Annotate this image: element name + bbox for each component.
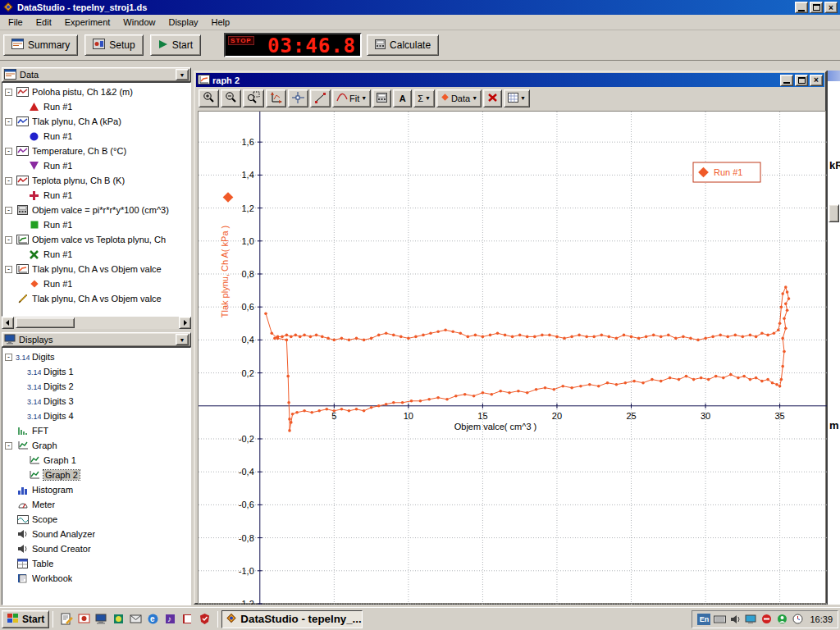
settings-menu-button[interactable]: ▼ — [504, 89, 530, 107]
menu-item-edit[interactable]: Edit — [30, 16, 58, 29]
minimize-button[interactable] — [795, 2, 808, 13]
start-menu-button[interactable]: Start — [2, 610, 49, 628]
display-settings-icon[interactable] — [744, 613, 757, 626]
displays-tree-item[interactable]: FFT — [2, 423, 190, 438]
fit-menu-button[interactable]: Fit▼ — [332, 89, 371, 107]
data-tree-item[interactable]: -Teplota plynu, Ch B (K) — [2, 173, 190, 188]
tree-expander[interactable]: - — [5, 207, 12, 214]
tree-expander[interactable]: - — [5, 354, 12, 361]
browser-icon[interactable]: e — [145, 612, 160, 627]
scroll-thumb[interactable] — [16, 317, 75, 328]
smart-tool-button[interactable] — [288, 89, 308, 107]
displays-tree-item[interactable]: -Graph — [2, 438, 190, 453]
language-indicator[interactable]: En — [697, 614, 710, 625]
data-tree-run[interactable]: Run #1 — [2, 217, 190, 232]
displays-tree-item[interactable]: Sound Creator — [2, 541, 190, 556]
zoom-out-button[interactable] — [221, 89, 241, 107]
graph-minimize-button[interactable] — [780, 75, 793, 86]
zoom-select-button[interactable] — [243, 89, 264, 107]
data-tree-item[interactable]: -Objem valce = pi*r*r*y*100 (cm^3) — [2, 203, 190, 217]
slope-tool-button[interactable] — [310, 89, 331, 107]
security-icon[interactable] — [197, 612, 212, 627]
data-tree-item[interactable]: -Poloha pistu, Ch 1&2 (m) — [2, 84, 190, 99]
scroll-left-button[interactable] — [2, 317, 14, 329]
displays-tree-item[interactable]: 3.14Digits 2 — [2, 379, 190, 394]
desktop-icon[interactable] — [94, 612, 108, 627]
antivirus-icon[interactable] — [760, 613, 773, 626]
menu-item-experiment[interactable]: Experiment — [58, 16, 117, 29]
scheduler-icon[interactable] — [791, 613, 804, 626]
tree-expander[interactable]: - — [5, 118, 12, 126]
displays-tree-item[interactable]: Table — [2, 556, 190, 571]
media-player-icon[interactable]: ♪ — [162, 612, 177, 627]
graph-maximize-button[interactable] — [795, 75, 808, 86]
scale-to-fit-button[interactable] — [266, 89, 286, 107]
tree-expander[interactable]: - — [5, 177, 12, 185]
keyboard-icon[interactable] — [713, 613, 726, 626]
displays-tree-item[interactable]: -3.14Digits — [2, 349, 190, 364]
main-toolbar: Summary Setup Start STOP 03:46.8 Calcula… — [0, 30, 840, 61]
zoom-in-button[interactable] — [199, 89, 219, 107]
summary-button[interactable]: Summary — [3, 34, 78, 56]
tree-expander[interactable]: - — [5, 442, 12, 450]
displays-panel-dropdown[interactable]: ▼ — [176, 334, 189, 345]
data-tree-item[interactable]: -Temperature, Ch B (°C) — [2, 144, 190, 158]
scroll-right-button[interactable] — [179, 317, 191, 329]
maximize-button[interactable] — [810, 2, 823, 13]
text-annotation-button[interactable]: A — [393, 89, 412, 107]
data-tree-item[interactable]: Tlak plynu, Ch A vs Objem valce — [2, 291, 190, 306]
displays-tree-item[interactable]: Meter — [2, 497, 190, 512]
data-panel-header[interactable]: Data ▼ — [2, 67, 191, 82]
data-tree-run[interactable]: Run #1 — [2, 129, 190, 144]
statistics-menu-button[interactable]: Σ▼ — [413, 89, 435, 107]
displays-tree-item[interactable]: Scope — [2, 512, 190, 527]
mail-icon[interactable] — [128, 612, 143, 627]
data-panel-dropdown[interactable]: ▼ — [176, 69, 189, 80]
task-button-datastudio[interactable]: DataStudio - tepelny_... — [221, 610, 363, 628]
close-button[interactable]: × — [824, 2, 838, 13]
data-tree-item[interactable]: -Tlak plynu, Ch A (kPa) — [2, 114, 190, 129]
displays-tree-item[interactable]: Graph 2 — [2, 468, 190, 482]
displays-tree-item[interactable]: Graph 1 — [2, 453, 190, 468]
calculate-button[interactable]: Calculate — [367, 34, 439, 56]
remove-button[interactable] — [483, 89, 502, 107]
data-menu-button[interactable]: Data▼ — [436, 89, 482, 107]
data-tree-run[interactable]: Run #1 — [2, 99, 190, 114]
menu-item-window[interactable]: Window — [116, 16, 162, 29]
displays-tree-item[interactable]: 3.14Digits 3 — [2, 394, 190, 409]
displays-panel-header[interactable]: Displays ▼ — [2, 332, 191, 347]
tree-expander[interactable]: - — [5, 148, 12, 155]
chart[interactable]: 1,61,41,21,00,80,60,40,2-0,2-0,4-0,6-0,8… — [199, 112, 827, 605]
tree-expander[interactable]: - — [5, 89, 12, 96]
displays-tree-item[interactable]: 3.14Digits 4 — [2, 409, 190, 423]
menu-item-help[interactable]: Help — [205, 16, 237, 29]
data-tree-run[interactable]: Run #1 — [2, 188, 190, 203]
displays-tree-item[interactable]: Workbook — [2, 571, 190, 586]
displays-tree-item[interactable]: Histogram — [2, 482, 190, 497]
tree-expander[interactable]: - — [5, 236, 12, 244]
title-bar[interactable]: DataStudio - tepelny_stroj1.ds × — [0, 0, 840, 15]
start-button-toolbar[interactable]: Start — [150, 34, 201, 56]
edit-document-icon[interactable] — [59, 612, 74, 627]
volume-icon[interactable] — [728, 613, 742, 626]
messenger-icon[interactable] — [775, 613, 788, 626]
displays-tree-item[interactable]: Sound Analyzer — [2, 527, 190, 541]
graph-close-button[interactable]: × — [810, 75, 823, 86]
data-tree-run[interactable]: Run #1 — [2, 158, 190, 173]
plot-area[interactable]: 1,61,41,21,00,80,60,40,2-0,2-0,4-0,6-0,8… — [198, 111, 826, 604]
menu-item-display[interactable]: Display — [162, 16, 204, 29]
data-tree-run[interactable]: Run #1 — [2, 247, 190, 262]
data-tree-item[interactable]: -Tlak plynu, Ch A vs Objem valce — [2, 262, 190, 276]
displays-tree-item[interactable]: 3.14Digits 1 — [2, 364, 190, 379]
setup-button[interactable]: Setup — [84, 34, 143, 56]
book-icon[interactable] — [180, 612, 194, 627]
graph-title-bar[interactable]: raph 2 × — [196, 73, 824, 87]
channels-icon[interactable] — [111, 612, 126, 627]
tree-expander[interactable]: - — [5, 266, 12, 273]
calculate-button[interactable] — [372, 89, 391, 107]
data-tree-run[interactable]: Run #1 — [2, 276, 190, 291]
data-tree-hscrollbar[interactable] — [2, 317, 191, 329]
menu-item-file[interactable]: File — [2, 16, 30, 29]
viewer-icon[interactable] — [76, 612, 91, 627]
data-tree-item[interactable]: -Objem valce vs Teplota plynu, Ch — [2, 232, 190, 247]
